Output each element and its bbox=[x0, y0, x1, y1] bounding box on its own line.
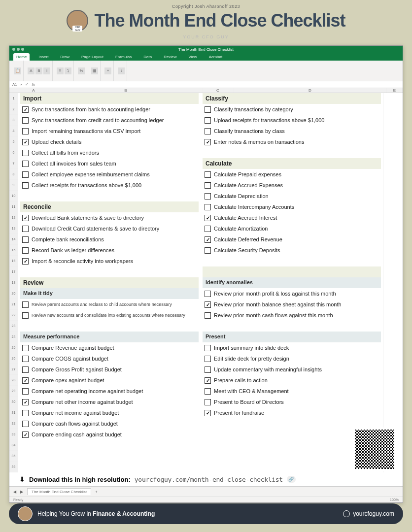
checkbox[interactable] bbox=[22, 399, 29, 405]
row-number[interactable]: 28 bbox=[9, 375, 18, 386]
checkbox[interactable] bbox=[22, 377, 29, 384]
bold-icon[interactable]: B bbox=[35, 67, 42, 74]
row-number[interactable]: 24 bbox=[9, 332, 18, 342]
download-url[interactable]: yourcfoguy.com/month-end-close-checklist bbox=[135, 476, 283, 483]
row-number[interactable]: 13 bbox=[9, 223, 18, 234]
tab-review[interactable]: Review bbox=[161, 53, 179, 61]
row-number[interactable]: 7 bbox=[9, 158, 18, 169]
insert-icon[interactable]: + bbox=[104, 67, 111, 74]
checkbox[interactable] bbox=[22, 139, 29, 145]
checkbox[interactable] bbox=[22, 117, 29, 124]
row-number[interactable]: 32 bbox=[9, 418, 18, 429]
col-b[interactable]: B bbox=[49, 88, 203, 93]
checkbox[interactable] bbox=[22, 161, 29, 167]
checkbox[interactable] bbox=[22, 215, 29, 221]
col-e[interactable]: E bbox=[387, 88, 403, 93]
row-number[interactable]: 29 bbox=[9, 386, 18, 397]
checkbox[interactable] bbox=[205, 128, 211, 134]
checkbox[interactable] bbox=[205, 247, 211, 254]
row-number[interactable]: 9 bbox=[9, 180, 18, 191]
row-number[interactable]: 8 bbox=[9, 169, 18, 180]
row-number[interactable]: 11 bbox=[9, 201, 18, 212]
row-number[interactable]: 20 bbox=[9, 288, 18, 299]
font-icon[interactable]: A bbox=[28, 67, 34, 74]
row-number[interactable]: 21 bbox=[9, 299, 18, 310]
window-controls[interactable] bbox=[12, 48, 24, 51]
tab-nav-next[interactable]: ▶ bbox=[20, 490, 23, 494]
paste-icon[interactable]: 📋 bbox=[14, 67, 21, 74]
row-number[interactable]: 5 bbox=[9, 136, 18, 147]
row-number[interactable]: 36 bbox=[9, 462, 18, 472]
row-number[interactable]: 6 bbox=[9, 147, 18, 158]
checkbox[interactable] bbox=[205, 356, 211, 362]
checkbox[interactable] bbox=[22, 182, 29, 189]
row-number[interactable]: 17 bbox=[9, 266, 18, 277]
tab-nav-prev[interactable]: ◀ bbox=[13, 490, 16, 494]
col-c[interactable]: C bbox=[203, 88, 234, 93]
tab-view[interactable]: View bbox=[185, 53, 200, 61]
col-d[interactable]: D bbox=[234, 88, 387, 93]
checkbox[interactable] bbox=[22, 366, 29, 373]
row-number[interactable]: 10 bbox=[9, 191, 18, 201]
checkbox[interactable] bbox=[22, 150, 29, 156]
sort-icon[interactable]: ↓ bbox=[118, 67, 125, 74]
row-number[interactable]: 14 bbox=[9, 234, 18, 245]
row-number[interactable]: 33 bbox=[9, 429, 18, 440]
row-number[interactable]: 31 bbox=[9, 407, 18, 418]
row-number[interactable]: 27 bbox=[9, 364, 18, 375]
sheet-tab[interactable]: The Month End Close Checklist bbox=[27, 488, 91, 495]
zoom-level[interactable]: 100% bbox=[390, 498, 399, 501]
checkbox[interactable] bbox=[22, 301, 29, 308]
number-icon[interactable]: % bbox=[78, 67, 85, 74]
footer-site[interactable]: yourcfoguy.com bbox=[343, 510, 394, 517]
row-number[interactable]: 12 bbox=[9, 212, 18, 223]
row-number[interactable]: 3 bbox=[9, 115, 18, 126]
checkbox[interactable] bbox=[205, 388, 211, 395]
checkbox[interactable] bbox=[205, 182, 211, 189]
checkbox[interactable] bbox=[205, 410, 211, 416]
checkbox[interactable] bbox=[22, 356, 29, 362]
checkbox[interactable] bbox=[205, 215, 211, 221]
link-icon[interactable]: 🔗 bbox=[287, 476, 296, 483]
checkbox[interactable] bbox=[205, 399, 211, 405]
row-number[interactable]: 2 bbox=[9, 104, 18, 115]
checkbox[interactable] bbox=[205, 377, 211, 384]
row-number[interactable]: 23 bbox=[9, 321, 18, 332]
row-number[interactable]: 16 bbox=[9, 256, 18, 266]
checkbox[interactable] bbox=[22, 345, 29, 351]
checkbox[interactable] bbox=[22, 258, 29, 265]
row-number[interactable]: 4 bbox=[9, 126, 18, 136]
row-number[interactable]: 30 bbox=[9, 397, 18, 407]
tab-formulas[interactable]: Formulas bbox=[112, 53, 135, 61]
row-number[interactable]: 25 bbox=[9, 342, 18, 353]
checkbox[interactable] bbox=[22, 236, 29, 243]
row-number[interactable]: 22 bbox=[9, 310, 18, 321]
row-number[interactable]: 18 bbox=[9, 277, 18, 288]
add-sheet-button[interactable]: + bbox=[95, 490, 98, 494]
checkbox[interactable] bbox=[205, 312, 211, 319]
checkbox[interactable] bbox=[205, 117, 211, 124]
tab-home[interactable]: Home bbox=[13, 53, 30, 61]
checkbox[interactable] bbox=[22, 226, 29, 232]
checkbox[interactable] bbox=[22, 432, 29, 438]
tab-draw[interactable]: Draw bbox=[57, 53, 72, 61]
checkbox[interactable] bbox=[205, 193, 211, 200]
tab-page-layout[interactable]: Page Layout bbox=[78, 53, 106, 61]
row-number[interactable]: 15 bbox=[9, 245, 18, 256]
tab-acrobat[interactable]: Acrobat bbox=[206, 53, 226, 61]
row-number[interactable]: 26 bbox=[9, 353, 18, 364]
checkbox[interactable] bbox=[22, 388, 29, 395]
tab-data[interactable]: Data bbox=[140, 53, 155, 61]
checkbox[interactable] bbox=[22, 312, 29, 319]
checkbox[interactable] bbox=[22, 171, 29, 178]
checkbox[interactable] bbox=[22, 410, 29, 416]
checkbox[interactable] bbox=[205, 204, 211, 210]
checkbox[interactable] bbox=[205, 226, 211, 232]
checkbox[interactable] bbox=[205, 236, 211, 243]
col-a[interactable]: A bbox=[18, 88, 49, 93]
checkbox[interactable] bbox=[205, 139, 211, 145]
row-number[interactable]: 1 bbox=[9, 93, 18, 104]
cell-ref[interactable]: A1 bbox=[12, 82, 17, 87]
format-icon[interactable]: ▦ bbox=[91, 67, 98, 74]
checkbox[interactable] bbox=[22, 128, 29, 134]
